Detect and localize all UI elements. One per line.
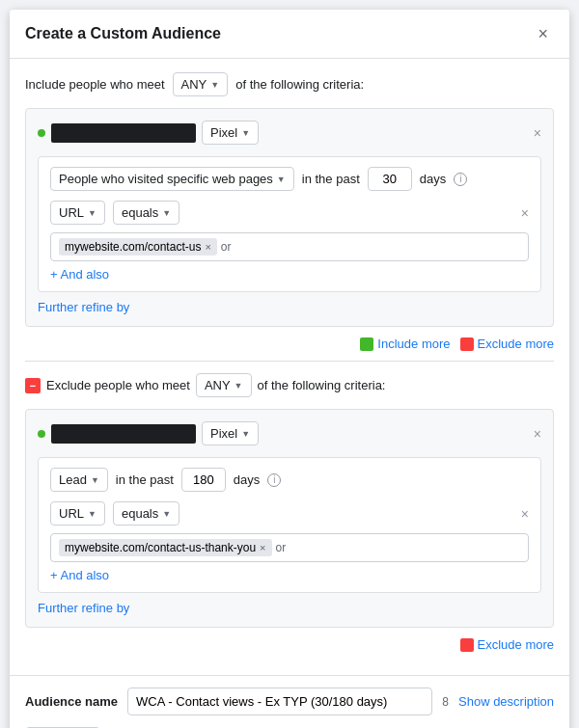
exclude-url-equals-row: URL ▼ equals ▼ × [50, 501, 529, 526]
exclude-days-label: days [234, 472, 260, 487]
url-dropdown[interactable]: URL ▼ [50, 201, 105, 225]
include-more-link[interactable]: Include more [360, 337, 450, 351]
lead-row: Lead ▼ in the past days i [50, 468, 529, 492]
exclude-and-also-link[interactable]: + And also [50, 568, 109, 582]
exclude-info-icon: i [267, 473, 281, 487]
exclude-more-link-bottom[interactable]: Exclude more [460, 637, 554, 652]
or-label: or [221, 240, 232, 254]
modal-body: Include people who meet ANY ▼ of the fol… [10, 59, 569, 675]
modal-footer: Audience name 8 Show description Cancel … [10, 675, 569, 728]
include-inner-box: People who visited specific web pages ▼ … [38, 156, 541, 292]
exclude-tag-close-icon[interactable]: × [260, 542, 265, 553]
meet-operator-dropdown[interactable]: ANY ▼ [173, 72, 229, 96]
exclude-further-refine-link[interactable]: Further refine by [38, 601, 129, 615]
include-url-equals-row: URL ▼ equals ▼ × [50, 201, 529, 225]
in-past-label: in the past [302, 172, 360, 186]
exclude-criteria-box: Pixel ▼ × Lead ▼ in the past [25, 409, 554, 628]
exclude-pixel-status-dot [38, 430, 45, 438]
audience-name-input[interactable] [127, 688, 432, 715]
exclude-pixel-dropdown[interactable]: Pixel ▼ [202, 421, 259, 445]
exclude-suffix: of the following criteria: [258, 378, 386, 392]
exclude-url-caret-icon: ▼ [88, 509, 96, 519]
days-label: days [420, 172, 446, 186]
remove-pixel-button[interactable]: × [534, 125, 541, 141]
web-pages-row: People who visited specific web pages ▼ … [50, 167, 529, 191]
modal-title: Create a Custom Audience [25, 25, 221, 42]
url-caret-icon: ▼ [88, 208, 96, 218]
days-input[interactable] [368, 167, 412, 191]
pixel-caret-icon: ▼ [241, 128, 250, 138]
remove-url-row-button[interactable]: × [521, 205, 529, 221]
exclude-equals-dropdown[interactable]: equals ▼ [113, 501, 179, 526]
section-divider [25, 361, 554, 362]
include-prefix: Include people who meet [25, 77, 165, 92]
exclude-tag-input[interactable]: mywebsite.com/contact-us-thank-you × or [50, 533, 529, 562]
exclude-icon: − [25, 378, 41, 393]
include-suffix: of the following criteria: [235, 77, 364, 92]
exclude-operator-dropdown[interactable]: ANY ▼ [196, 373, 252, 397]
info-icon: i [454, 173, 467, 186]
include-actions-row: Include more Exclude more [25, 337, 554, 351]
remove-exclude-url-row-button[interactable]: × [521, 506, 529, 522]
and-also-link[interactable]: + And also [50, 267, 109, 282]
exclude-more-icon-top [460, 337, 474, 351]
exclude-pixel-caret-icon: ▼ [241, 429, 250, 439]
include-pixel-row: Pixel ▼ × [38, 121, 541, 145]
audience-name-row: Audience name 8 Show description [25, 688, 554, 715]
equals-caret-icon: ▼ [162, 208, 171, 218]
include-tag: mywebsite.com/contact-us × [59, 238, 217, 256]
show-description-link[interactable]: Show description [458, 694, 554, 709]
exclude-equals-caret-icon: ▼ [162, 509, 171, 519]
char-count: 8 [442, 695, 449, 709]
close-button[interactable]: × [532, 23, 554, 44]
exclude-actions-row: Exclude more [25, 637, 554, 652]
pixel-name-redacted [51, 123, 196, 143]
exclude-header-row: − Exclude people who meet ANY ▼ of the f… [25, 373, 554, 397]
include-pixel-dropdown[interactable]: Pixel ▼ [202, 121, 259, 145]
exclude-more-link-top[interactable]: Exclude more [460, 337, 554, 351]
exclude-pixel-row: Pixel ▼ × [38, 421, 541, 445]
caret-icon: ▼ [210, 80, 219, 90]
pixel-status-dot [38, 129, 45, 137]
include-criteria-row: Include people who meet ANY ▼ of the fol… [25, 72, 554, 96]
tag-close-icon[interactable]: × [205, 241, 210, 253]
lead-event-dropdown[interactable]: Lead ▼ [50, 468, 108, 492]
svg-text:−: − [30, 380, 36, 391]
exclude-url-dropdown[interactable]: URL ▼ [50, 501, 105, 526]
exclude-or-label: or [276, 541, 287, 554]
exclude-days-input[interactable] [181, 468, 226, 492]
exclude-caret-icon: ▼ [234, 381, 243, 391]
equals-dropdown[interactable]: equals ▼ [113, 201, 179, 225]
exclude-pixel-name-redacted [51, 424, 196, 444]
audience-name-label: Audience name [25, 694, 118, 709]
exclude-in-past-label: in the past [116, 472, 174, 487]
web-pages-caret-icon: ▼ [277, 175, 286, 184]
web-pages-dropdown[interactable]: People who visited specific web pages ▼ [50, 167, 294, 191]
include-more-icon [360, 337, 373, 351]
create-audience-modal: Create a Custom Audience × Include peopl… [10, 10, 569, 728]
remove-exclude-pixel-button[interactable]: × [534, 426, 541, 442]
include-further-refine-link[interactable]: Further refine by [38, 300, 129, 314]
exclude-section: − Exclude people who meet ANY ▼ of the f… [25, 373, 554, 652]
lead-caret-icon: ▼ [91, 475, 99, 485]
include-criteria-box: Pixel ▼ × People who visited specific we… [25, 108, 554, 327]
exclude-tag: mywebsite.com/contact-us-thank-you × [59, 539, 272, 556]
exclude-inner-box: Lead ▼ in the past days i URL ▼ [38, 457, 541, 593]
exclude-more-icon-bottom [460, 638, 474, 652]
include-tag-input[interactable]: mywebsite.com/contact-us × or [50, 232, 529, 261]
modal-header: Create a Custom Audience × [10, 10, 569, 59]
exclude-prefix: Exclude people who meet [46, 378, 190, 392]
